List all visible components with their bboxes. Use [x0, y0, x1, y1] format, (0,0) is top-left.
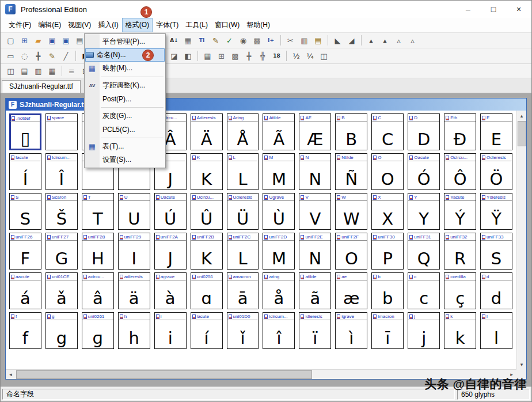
scroll-left-button[interactable]: ◂	[6, 370, 16, 380]
glyph-cell-ntilde[interactable]: NtildeÑ	[335, 153, 367, 190]
menu-view[interactable]: 视图(V)	[64, 18, 94, 32]
show-metrics-icon[interactable]: ▩	[229, 50, 242, 62]
format-menu-pcl5[interactable]: PCL5(C)...	[85, 123, 165, 136]
vertical-scrollbar[interactable]: ▴ ▾	[516, 111, 526, 369]
preview-icon[interactable]: ◉	[237, 34, 250, 47]
glyph-cell-uni0251[interactable]: uni0251ɑ	[191, 272, 223, 309]
close-button[interactable]: ×	[506, 1, 531, 18]
glyph-cell-f[interactable]: ff	[9, 312, 41, 349]
glyph-cell-b[interactable]: BB	[335, 113, 367, 150]
menu-format[interactable]: 格式(O)	[122, 18, 153, 32]
glyph-cell-aring[interactable]: aringå	[263, 272, 295, 309]
glyph-cell-space[interactable]: space	[45, 113, 78, 150]
glyph-cell-b[interactable]: bb	[371, 272, 404, 309]
x-height-icon[interactable]: ▵	[392, 34, 405, 47]
lasso-select-icon[interactable]: ◌	[18, 50, 31, 62]
format-menu-mapping[interactable]: ▦映射(M)...	[85, 62, 165, 75]
glyph-cell-uniff2a[interactable]: uniFF2AJ	[154, 233, 187, 270]
glyph-cell-u[interactable]: UU	[118, 193, 150, 230]
glyph-cell-n[interactable]: NN	[299, 153, 331, 190]
show-guidelines-icon[interactable]: ╋	[242, 50, 256, 62]
glyph-cell-v[interactable]: VV	[299, 193, 331, 230]
glyph-cell-uniff27[interactable]: uniFF27G	[45, 233, 78, 270]
snap-to-grid-icon[interactable]: ⊞	[215, 50, 228, 62]
move-tool-icon[interactable]: ╋	[32, 50, 45, 62]
glyph-cell-h[interactable]: hh	[118, 312, 150, 349]
glyph-list-view-icon[interactable]: ≡	[65, 65, 78, 77]
glyph-cell-atilde[interactable]: AtildeÃ	[263, 113, 295, 150]
split-view-icon[interactable]: ◫	[317, 50, 330, 62]
rectangle-select-icon[interactable]: ▭	[4, 50, 17, 62]
glyph-cell-d[interactable]: DD	[408, 113, 440, 150]
right-side-bearing-icon[interactable]: ◢	[345, 34, 358, 47]
format-menu-kerning[interactable]: AV字距调整(K)...	[85, 79, 165, 92]
glyph-cell-c[interactable]: CC	[371, 113, 404, 150]
validate-font-icon[interactable]: ✓	[223, 34, 236, 47]
glyph-cell-imacron[interactable]: imacronī	[371, 312, 404, 349]
glyph-cell-uniff2c[interactable]: uniFF2CL	[227, 233, 259, 270]
menu-insert[interactable]: 插入(I)	[94, 18, 121, 32]
glyph-cell-l[interactable]: ll	[480, 312, 512, 349]
glyph-cell-eth[interactable]: EthÐ	[444, 113, 476, 150]
glyph-cell-x[interactable]: XX	[371, 193, 404, 230]
glyph-cell-d[interactable]: dd	[480, 272, 512, 309]
glyph-cell-icircum-[interactable]: Icircum...Î	[45, 153, 78, 190]
glyph-cell-iacute[interactable]: iacuteí	[191, 312, 223, 349]
glyph-cell-m[interactable]: MM	[263, 153, 295, 190]
glyph-cell-uniff30[interactable]: uniFF30P	[371, 233, 404, 270]
glyph-cell-adieresis[interactable]: AdieresisÄ	[191, 113, 223, 150]
glyph-cell-yacute[interactable]: YacuteÝ	[444, 193, 476, 230]
copy-icon[interactable]: ▥	[298, 34, 311, 47]
glyph-cell-ccedilla[interactable]: ccedillaç	[444, 272, 476, 309]
glyph-cell-amacron[interactable]: amacronā	[227, 272, 259, 309]
glyph-cell-w[interactable]: WW	[335, 193, 367, 230]
menu-font[interactable]: 字体(T)	[153, 18, 182, 32]
knife-tool-icon[interactable]: ╱	[59, 50, 73, 62]
metrics-icon[interactable]: ▩	[250, 34, 264, 47]
document-tab[interactable]: SJzhuanli-Regular.ttf	[2, 80, 81, 93]
glyph-cell-uniff26[interactable]: uniFF26F	[9, 233, 41, 270]
glyph-cell-uniff32[interactable]: uniFF32R	[444, 233, 476, 270]
quarter-size-icon[interactable]: ¼	[303, 50, 317, 62]
cap-height-icon[interactable]: ▴	[378, 34, 392, 47]
glyph-cell-uniff28[interactable]: uniFF28H	[82, 233, 114, 270]
glyph-cell-atilde[interactable]: atildeã	[299, 272, 331, 309]
glyph-cell--notdef[interactable]: .notdef▯	[9, 113, 41, 150]
glyph-cell-uniff2b[interactable]: uniFF2BK	[191, 233, 223, 270]
menu-help[interactable]: 帮助(H)	[243, 18, 273, 32]
glyph-cell-uniff33[interactable]: uniFF33S	[480, 233, 512, 270]
glyph-cell-icircum-[interactable]: icircum...î	[263, 312, 295, 349]
tile-horizontal-icon[interactable]: ▤	[18, 65, 31, 77]
glyph-cell-ucircu-[interactable]: Ucircu...Û	[191, 193, 223, 230]
format-menu-settings[interactable]: 设置(S)...	[85, 153, 165, 166]
glyph-cell-g[interactable]: gg	[45, 312, 78, 349]
draw-tool-icon[interactable]: ✎	[45, 50, 59, 62]
menu-edit[interactable]: 编辑(E)	[35, 18, 64, 32]
glyph-cell-aring[interactable]: AringÅ	[227, 113, 259, 150]
format-menu-grayscale[interactable]: 灰度(G)...	[85, 109, 165, 123]
glyph-cell-uniff31[interactable]: uniFF31Q	[408, 233, 440, 270]
glyph-cell-ugrave[interactable]: UgraveÙ	[263, 193, 295, 230]
glyph-cell-l[interactable]: LL	[227, 153, 259, 190]
glyph-cell-o[interactable]: OO	[371, 153, 404, 190]
glyph-cell-acircu-[interactable]: acircu...â	[82, 272, 114, 309]
glyph-cell-y[interactable]: YY	[408, 193, 440, 230]
left-side-bearing-icon[interactable]: ◣	[331, 34, 344, 47]
show-grid-icon[interactable]: ▦	[201, 50, 214, 62]
glyph-cell-igrave[interactable]: igraveì	[335, 312, 367, 349]
glyph-cell-uni0261[interactable]: uni0261ɡ	[82, 312, 114, 349]
glyph-overview-icon[interactable]: ▦	[181, 34, 195, 47]
glyph-cell-scaron[interactable]: ScaronŠ	[45, 193, 78, 230]
menu-file[interactable]: 文件(F)	[5, 18, 35, 32]
scroll-up-button[interactable]: ▴	[517, 111, 527, 120]
insert-character-icon[interactable]: I+	[264, 34, 278, 47]
glyph-cell-i[interactable]: ii	[154, 312, 187, 349]
tile-vertical-icon[interactable]: ▥	[32, 65, 45, 77]
glyph-cell-ae[interactable]: aeæ	[335, 272, 367, 309]
glyph-cell-uacute[interactable]: UacuteÚ	[154, 193, 187, 230]
glyph-cell-uni01ce[interactable]: uni01CEǎ	[45, 272, 78, 309]
glyph-cell-udieresis[interactable]: UdieresisÜ	[227, 193, 259, 230]
glyph-cell-k[interactable]: kk	[444, 312, 476, 349]
half-size-icon[interactable]: ½	[290, 50, 303, 62]
glyph-cell-t[interactable]: TT	[82, 193, 114, 230]
